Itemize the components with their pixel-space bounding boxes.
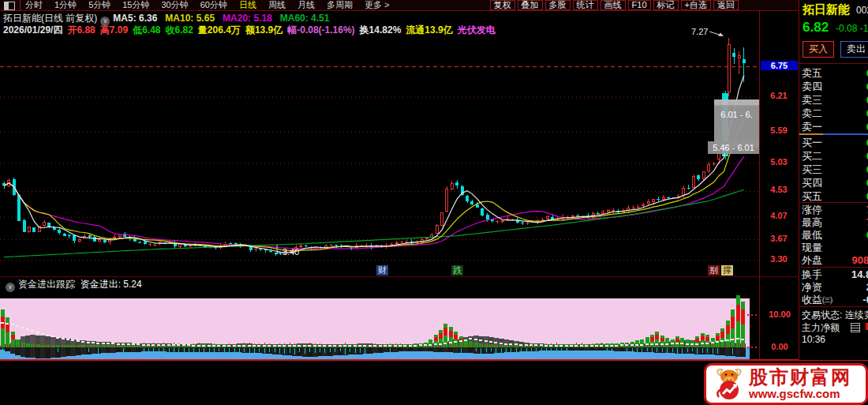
- flow-tick-cyan: [657, 348, 657, 352]
- flow-dash-white: [549, 345, 552, 347]
- buy-button[interactable]: 买入: [803, 41, 834, 58]
- flow-tick-cyan: [642, 348, 642, 352]
- mound-below: [740, 347, 746, 357]
- flow-tick-cyan: [330, 348, 331, 352]
- tool-button-标记[interactable]: 标记: [653, 0, 679, 10]
- panel-divider: [0, 276, 799, 277]
- indicator-collapse-icon[interactable]: ∨: [6, 283, 15, 292]
- menu-item-60分钟[interactable]: 60分钟: [200, 0, 227, 10]
- quote-field: 额13.9亿: [245, 24, 282, 36]
- flow-tick-cyan: [707, 348, 708, 353]
- indicator-axis-top: 10.00: [760, 309, 799, 319]
- flow-tick-red: [496, 343, 496, 347]
- flow-dash-white: [132, 343, 135, 345]
- menu-item-多周期[interactable]: 多周期: [327, 0, 353, 10]
- menu-item-分时[interactable]: 分时: [25, 0, 43, 10]
- site-logo[interactable]: 股市财富网 www.gscfw.com: [704, 363, 868, 405]
- flow-tick-red: [481, 343, 481, 347]
- flow-tick-cyan: [284, 348, 285, 354]
- menu-divider: [20, 0, 21, 10]
- flow-tick-cyan: [647, 348, 648, 351]
- flow-tick-red: [728, 344, 728, 347]
- tool-button-多股[interactable]: 多股: [545, 0, 571, 10]
- flow-dash-white: [242, 345, 245, 347]
- menu-item-15分钟[interactable]: 15分钟: [122, 0, 149, 10]
- flow-tick-cyan: [309, 348, 310, 352]
- price-tick: 6.21: [760, 91, 798, 100]
- tool-button-画线[interactable]: 画线: [600, 0, 626, 10]
- tool-button-F10[interactable]: F10: [628, 0, 651, 10]
- menu-item-日线[interactable]: 日线: [239, 0, 256, 10]
- flow-dash-white: [293, 345, 296, 347]
- flow-dash-white: [413, 345, 417, 347]
- tool-button-统计[interactable]: 统计: [573, 0, 598, 10]
- order-row-买四: 买四6.78: [799, 176, 868, 189]
- flow-tick-red: [692, 345, 693, 347]
- flow-tick-cyan: [521, 348, 522, 354]
- stat-row-最低: 最低6.48: [799, 229, 868, 242]
- tick-time: 10:36: [802, 333, 825, 347]
- menu-item-30分钟[interactable]: 30分钟: [162, 0, 189, 10]
- window-layout-icon[interactable]: [4, 2, 15, 10]
- flow-tick-cyan: [702, 348, 703, 353]
- menu-item-更多 >[interactable]: 更多 >: [365, 0, 389, 10]
- flow-tick-cyan: [209, 348, 210, 354]
- flow-dash-white: [172, 344, 175, 346]
- order-row-卖一: 卖一6.82: [799, 120, 868, 133]
- menu-item-5分钟[interactable]: 5分钟: [88, 0, 110, 10]
- tick-row: 6.78: [799, 346, 868, 359]
- flow-dash-white: [705, 343, 709, 344]
- fund-flow-panel[interactable]: [0, 291, 759, 360]
- stock-name[interactable]: 拓日新能: [803, 2, 850, 17]
- flow-tick-red: [476, 344, 477, 347]
- stat-row-涨停: 涨停7.59: [799, 204, 868, 216]
- inflow-bar: [731, 309, 735, 347]
- stat-label: 换手: [802, 268, 822, 281]
- inflow-bar: [726, 321, 730, 347]
- candlestick-chart[interactable]: 7.27 6.01 - 6. 5.46 - 6.01 3.40 财跌别撑: [0, 11, 759, 276]
- flow-tick-red: [47, 343, 48, 347]
- flow-dash-white: [238, 345, 241, 347]
- inflow-bar-strong: [705, 337, 709, 341]
- sidebar-divider: [799, 306, 868, 307]
- menu-item-1分钟[interactable]: 1分钟: [54, 0, 77, 10]
- tool-button-+自选[interactable]: +自选: [681, 0, 711, 10]
- bull-icon: [711, 366, 747, 401]
- flow-dash-white: [233, 345, 236, 347]
- flow-dash-white: [297, 345, 301, 347]
- flow-dash-white: [248, 345, 251, 347]
- flow-tick-cyan: [627, 348, 627, 353]
- flow-dash-white: [690, 343, 694, 345]
- menu-item-周线[interactable]: 周线: [268, 0, 286, 10]
- flow-dash-white: [504, 343, 507, 345]
- flow-dash-white: [489, 341, 492, 343]
- flow-tick-red: [13, 344, 13, 347]
- ma-legend-item: MA60: 4.51: [280, 13, 330, 24]
- flow-tick-cyan: [662, 348, 663, 352]
- menu-item-月线[interactable]: 月线: [297, 0, 315, 10]
- flow-dash-white: [570, 345, 573, 347]
- flow-dash-white: [348, 345, 351, 347]
- flow-tick-red: [732, 345, 733, 347]
- flow-dash-white: [263, 345, 266, 347]
- sell-button[interactable]: 卖出: [840, 41, 868, 58]
- tool-button-复权[interactable]: 复权: [490, 0, 515, 10]
- flow-dash-white: [358, 345, 361, 347]
- flow-dash-white: [147, 344, 150, 346]
- flow-dash-white: [26, 328, 29, 330]
- flow-dash-white: [107, 343, 110, 344]
- flow-dash-white: [695, 343, 698, 345]
- tool-button-返回[interactable]: 返回: [713, 0, 739, 10]
- flow-tick-cyan: [496, 348, 496, 354]
- flow-dash-white: [62, 338, 65, 339]
- flow-tick-cyan: [713, 348, 713, 354]
- price-axis: 6.75 6.215.595.034.534.073.673.30 10.00 …: [759, 11, 799, 360]
- tool-button-叠加[interactable]: 叠加: [518, 0, 543, 10]
- flow-tick-red: [43, 343, 43, 347]
- marker-tag: 撑: [721, 265, 733, 276]
- flow-dash-white: [474, 339, 477, 340]
- flow-dash-white: [354, 345, 357, 347]
- list-icon[interactable]: [851, 323, 860, 332]
- inflow-bar: [736, 295, 740, 347]
- flow-dash-white: [610, 345, 613, 347]
